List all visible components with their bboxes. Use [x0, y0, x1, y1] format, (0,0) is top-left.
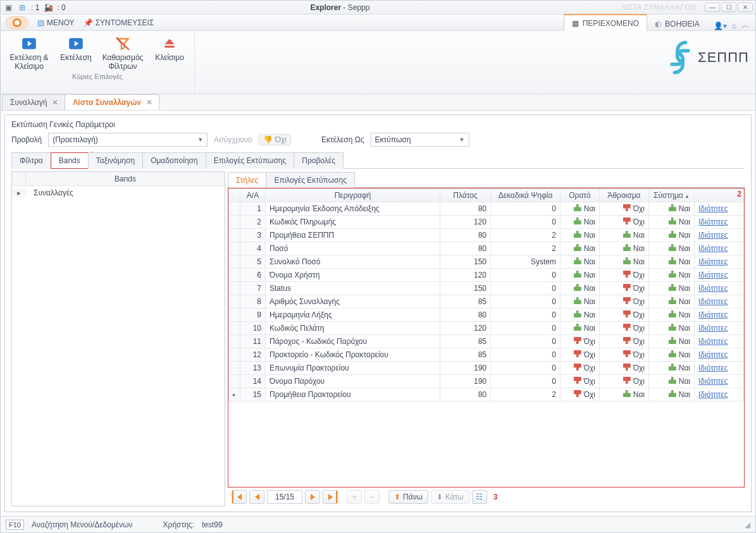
- table-row[interactable]: 7Status1500ΝαιΌχιΝαιΙδιότητες: [229, 282, 744, 295]
- subtab-filters[interactable]: Φίλτρα: [11, 152, 51, 169]
- table-row[interactable]: 1Ημερομηνία Έκδοσης Απόδειξης800ΝαιΌχιΝα…: [229, 202, 744, 216]
- table-row[interactable]: 5Συνολικό Ποσό150SystemΝαιΝαιΝαιΙδιότητε…: [229, 255, 744, 269]
- table-row[interactable]: 12Πρακτορείο - Κωδικός Πρακτορείου850Όχι…: [229, 348, 744, 362]
- cell-sum[interactable]: Όχι: [600, 269, 649, 282]
- properties-link[interactable]: Ιδιότητες: [698, 284, 728, 293]
- subtab-sorting[interactable]: Ταξινόμηση: [88, 152, 143, 169]
- properties-link[interactable]: Ιδιότητες: [698, 310, 728, 319]
- main-tab-help[interactable]: ◐ ΒΟΗΘΕΙΑ: [647, 16, 707, 32]
- properties-link[interactable]: Ιδιότητες: [698, 297, 728, 306]
- table-row[interactable]: 10Κωδικός Πελάτη1200ΝαιΌχιΝαιΙδιότητες: [229, 322, 744, 335]
- close-icon[interactable]: ✕: [146, 98, 152, 107]
- band-row[interactable]: ▸ Συναλλαγές: [12, 186, 225, 200]
- minimize-button[interactable]: —: [705, 3, 720, 12]
- cell-sum[interactable]: Όχι: [600, 202, 649, 216]
- pager-last[interactable]: [323, 490, 338, 504]
- properties-link[interactable]: Ιδιότητες: [698, 324, 728, 333]
- cell-visible[interactable]: Όχι: [561, 388, 600, 401]
- cell-system[interactable]: Ναι: [649, 309, 695, 322]
- table-row[interactable]: 14Όνομα Παρόχου1900ΌχιΌχιΝαιΙδιότητες: [229, 375, 744, 388]
- cell-system[interactable]: Ναι: [649, 375, 695, 388]
- subtab-bands[interactable]: Bands 1: [51, 152, 89, 169]
- cell-sum[interactable]: Όχι: [600, 335, 649, 348]
- table-row[interactable]: ▸15Προμήθεια Πρακτορείου802ΌχιΝαιΝαιΙδιό…: [229, 388, 744, 401]
- pager-move-up[interactable]: ⬆ Πάνω: [388, 490, 428, 504]
- inner-tab-columns[interactable]: Στήλες: [228, 172, 266, 188]
- modules-icon[interactable]: ⊞: [17, 3, 27, 13]
- cell-system[interactable]: Ναι: [649, 242, 695, 255]
- cell-sum[interactable]: Ναι: [600, 229, 649, 242]
- inner-tab-print-options[interactable]: Επιλογές Εκτύπωσης: [266, 172, 355, 188]
- cell-visible[interactable]: Ναι: [561, 216, 600, 229]
- properties-link[interactable]: Ιδιότητες: [698, 257, 728, 266]
- doc-tab-transaction-list[interactable]: Λίστα Συναλλαγών ✕: [65, 94, 159, 110]
- cell-visible[interactable]: Ναι: [561, 242, 600, 255]
- col-sum[interactable]: Άθροισμα: [600, 189, 649, 202]
- cell-visible[interactable]: Ναι: [561, 295, 600, 309]
- cell-system[interactable]: Ναι: [649, 322, 695, 335]
- table-row[interactable]: 2Κωδικός Πληρωμής1200ΝαιΌχιΝαιΙδιότητες: [229, 216, 744, 229]
- properties-link[interactable]: Ιδιότητες: [698, 364, 728, 372]
- pager-add[interactable]: +: [347, 490, 362, 504]
- col-aa[interactable]: Α/Α: [240, 189, 266, 202]
- close-icon[interactable]: ✕: [52, 98, 58, 107]
- properties-link[interactable]: Ιδιότητες: [698, 350, 728, 359]
- table-row[interactable]: 8Αριθμός Συναλλαγής850ΝαιΌχιΝαιΙδιότητες: [229, 295, 744, 309]
- table-row[interactable]: 6Όνομα Χρήστη1200ΝαιΌχιΝαιΙδιότητες: [229, 269, 744, 282]
- cell-sum[interactable]: Όχι: [600, 216, 649, 229]
- cell-system[interactable]: Ναι: [649, 202, 695, 216]
- properties-link[interactable]: Ιδιότητες: [698, 204, 728, 213]
- cell-system[interactable]: Ναι: [649, 335, 695, 348]
- exec-as-combo[interactable]: Εκτύπωση▼: [371, 133, 469, 147]
- cell-sum[interactable]: Όχι: [600, 348, 649, 362]
- pager-first[interactable]: [232, 490, 247, 504]
- table-row[interactable]: 9Ημερομηνία Λήξης800ΝαιΌχιΝαιΙδιότητες: [229, 309, 744, 322]
- view-combo[interactable]: (Προεπιλογή)▼: [48, 133, 208, 147]
- pager-move-down[interactable]: ⬇ Κάτω: [431, 490, 469, 504]
- chevron-up-icon[interactable]: ︿: [741, 20, 749, 31]
- cell-visible[interactable]: Όχι: [561, 335, 600, 348]
- maximize-button[interactable]: ☐: [721, 3, 736, 12]
- table-row[interactable]: 3Προμήθεια ΣΕΠΠΠ802ΝαιΝαιΝαιΙδιότητες: [229, 229, 744, 242]
- properties-link[interactable]: Ιδιότητες: [698, 217, 728, 226]
- subtab-grouping[interactable]: Ομαδοποίηση: [142, 152, 206, 169]
- run-button[interactable]: Εκτέλεση: [55, 34, 97, 71]
- cell-sum[interactable]: Όχι: [600, 375, 649, 388]
- status-search-hint[interactable]: Αναζήτηση Μενού/Δεδομένων: [32, 520, 133, 529]
- properties-link[interactable]: Ιδιότητες: [698, 390, 728, 399]
- close-button[interactable]: Κλείσιμο: [149, 34, 190, 71]
- properties-link[interactable]: Ιδιότητες: [698, 271, 728, 279]
- cell-visible[interactable]: Ναι: [561, 322, 600, 335]
- col-width[interactable]: Πλάτος: [440, 189, 491, 202]
- cell-system[interactable]: Ναι: [649, 229, 695, 242]
- cell-visible[interactable]: Όχι: [561, 348, 600, 362]
- train-icon[interactable]: 🚂: [43, 3, 53, 13]
- cell-system[interactable]: Ναι: [649, 255, 695, 269]
- properties-link[interactable]: Ιδιότητες: [698, 377, 728, 386]
- pager-position[interactable]: 15/15: [267, 490, 302, 504]
- cell-visible[interactable]: Όχι: [561, 375, 600, 388]
- cell-sum[interactable]: Όχι: [600, 309, 649, 322]
- col-marker[interactable]: [229, 189, 240, 202]
- f10-key[interactable]: F10: [6, 520, 24, 530]
- cell-visible[interactable]: Ναι: [561, 255, 600, 269]
- cell-system[interactable]: Ναι: [649, 282, 695, 295]
- table-row[interactable]: 11Πάροχος - Κωδικός Παρόχου850ΌχιΌχιΝαιΙ…: [229, 335, 744, 348]
- properties-link[interactable]: Ιδιότητες: [698, 244, 728, 253]
- cell-visible[interactable]: Ναι: [561, 269, 600, 282]
- app-menu-button[interactable]: [6, 16, 28, 29]
- pager-prev[interactable]: [249, 490, 264, 504]
- main-tab-content[interactable]: ▦ ΠΕΡΙΕΧΟΜΕΝΟ: [564, 14, 647, 32]
- col-desc[interactable]: Περιγραφή: [266, 189, 440, 202]
- resize-grip-icon[interactable]: ◢: [745, 520, 750, 529]
- pager-next[interactable]: [305, 490, 320, 504]
- cell-visible[interactable]: Ναι: [561, 202, 600, 216]
- cell-system[interactable]: Ναι: [649, 348, 695, 362]
- cell-system[interactable]: Ναι: [649, 269, 695, 282]
- cell-sum[interactable]: Όχι: [600, 295, 649, 309]
- cell-system[interactable]: Ναι: [649, 388, 695, 401]
- close-window-button[interactable]: ✕: [738, 3, 753, 12]
- table-row[interactable]: 13Επωνυμία Πρακτορείου1900ΌχιΌχιΝαιΙδιότ…: [229, 362, 744, 375]
- properties-link[interactable]: Ιδιότητες: [698, 231, 728, 240]
- doc-tab-transaction[interactable]: Συναλλαγή ✕: [2, 94, 65, 110]
